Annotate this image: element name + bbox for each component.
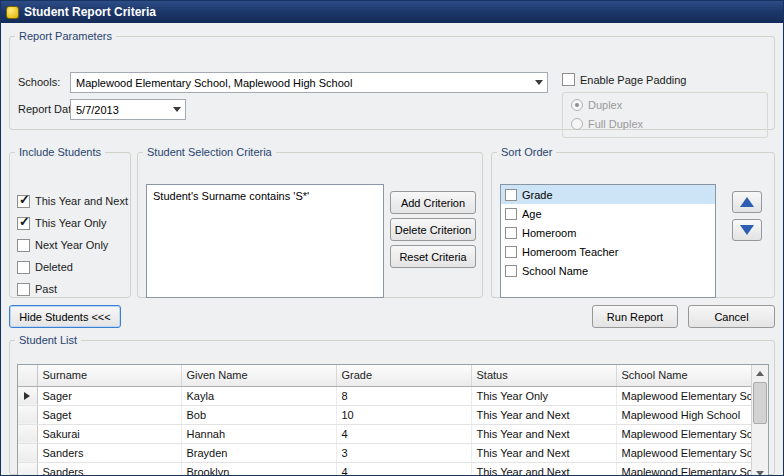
selection-criteria-group: Student Selection Criteria Student's Sur… xyxy=(137,146,483,298)
cell-surname[interactable]: Sakurai xyxy=(37,424,181,443)
enable-page-padding-box[interactable] xyxy=(562,73,575,86)
sort-age-label: Age xyxy=(522,208,542,220)
sort-item-school-name[interactable]: School Name xyxy=(501,261,715,280)
column-header-grade[interactable]: Grade xyxy=(336,365,471,386)
row-selector[interactable] xyxy=(18,386,37,405)
sort-item-homeroom-teacher[interactable]: Homeroom Teacher xyxy=(501,242,715,261)
sort-homeroom-teacher-box[interactable] xyxy=(505,246,517,258)
sort-age-box[interactable] xyxy=(505,208,517,220)
table-row[interactable]: Sanders Brooklyn 4 This Year and Next Ma… xyxy=(18,462,751,476)
run-report-button[interactable]: Run Report xyxy=(592,305,678,328)
row-selector[interactable] xyxy=(18,424,37,443)
schools-dropdown-icon[interactable] xyxy=(530,73,547,92)
enable-page-padding-checkbox[interactable]: Enable Page Padding xyxy=(562,73,686,86)
include-this-year-only[interactable]: This Year Only xyxy=(17,212,128,234)
include-next-year-only[interactable]: Next Year Only xyxy=(17,234,128,256)
delete-criterion-button[interactable]: Delete Criterion xyxy=(390,218,476,241)
include-deleted[interactable]: Deleted xyxy=(17,256,128,278)
column-header-given-name[interactable]: Given Name xyxy=(181,365,336,386)
full-duplex-radio-circle xyxy=(571,118,583,130)
cancel-button[interactable]: Cancel xyxy=(688,305,775,328)
cell-given-name[interactable]: Bob xyxy=(181,405,336,424)
cell-grade[interactable]: 4 xyxy=(336,424,471,443)
include-deleted-box[interactable] xyxy=(17,261,30,274)
up-arrow-icon xyxy=(740,197,754,207)
table-row[interactable]: Saget Bob 10 This Year and Next Maplewoo… xyxy=(18,405,751,424)
cell-given-name[interactable]: Brooklyn xyxy=(181,462,336,476)
cell-surname[interactable]: Sager xyxy=(37,386,181,405)
column-header-status[interactable]: Status xyxy=(471,365,616,386)
app-icon xyxy=(6,6,19,19)
table-row[interactable]: Sanders Brayden 3 This Year and Next Map… xyxy=(18,443,751,462)
hide-students-button[interactable]: Hide Students <<< xyxy=(9,305,121,328)
criterion-item[interactable]: Student's Surname contains 'S*' xyxy=(147,185,383,207)
move-up-button[interactable] xyxy=(732,191,762,213)
cell-given-name[interactable]: Hannah xyxy=(181,424,336,443)
include-past-box[interactable] xyxy=(17,283,30,296)
sort-item-grade[interactable]: Grade xyxy=(501,185,715,204)
scroll-down-icon[interactable] xyxy=(752,465,768,476)
cell-status[interactable]: This Year Only xyxy=(471,386,616,405)
row-selector[interactable] xyxy=(18,405,37,424)
include-this-year-and-next-box[interactable] xyxy=(17,195,30,208)
criteria-listbox[interactable]: Student's Surname contains 'S*' xyxy=(146,184,384,298)
column-header-surname[interactable]: Surname xyxy=(37,365,181,386)
sort-homeroom-label: Homeroom xyxy=(522,227,576,239)
include-this-year-only-box[interactable] xyxy=(17,217,30,230)
cell-school-name[interactable]: Maplewood Elementary School xyxy=(616,443,751,462)
sort-item-age[interactable]: Age xyxy=(501,204,715,223)
cell-surname[interactable]: Sanders xyxy=(37,462,181,476)
grid-corner-cell xyxy=(18,365,37,386)
cell-grade[interactable]: 8 xyxy=(336,386,471,405)
report-date-dropdown-icon[interactable] xyxy=(168,100,185,119)
schools-label: Schools: xyxy=(18,76,60,88)
student-grid-table: Surname Given Name Grade Status School N… xyxy=(18,365,751,476)
row-selector[interactable] xyxy=(18,462,37,476)
cell-grade[interactable]: 10 xyxy=(336,405,471,424)
include-past[interactable]: Past xyxy=(17,278,128,300)
cell-status[interactable]: This Year and Next xyxy=(471,424,616,443)
cell-surname[interactable]: Sanders xyxy=(37,443,181,462)
student-report-criteria-window: Student Report Criteria Report Parameter… xyxy=(0,0,784,476)
column-header-school-name[interactable]: School Name xyxy=(616,365,751,386)
scrollbar-thumb[interactable] xyxy=(753,382,767,424)
add-criterion-button[interactable]: Add Criterion xyxy=(390,191,476,214)
include-this-year-and-next[interactable]: This Year and Next xyxy=(17,190,128,212)
table-row[interactable]: Sakurai Hannah 4 This Year and Next Mapl… xyxy=(18,424,751,443)
cell-school-name[interactable]: Maplewood Elementary School xyxy=(616,386,751,405)
vertical-scrollbar[interactable] xyxy=(751,365,768,476)
cell-school-name[interactable]: Maplewood High School xyxy=(616,405,751,424)
current-row-arrow-icon xyxy=(24,392,30,400)
sort-school-name-box[interactable] xyxy=(505,265,517,277)
title-bar[interactable]: Student Report Criteria xyxy=(1,1,783,23)
cell-status[interactable]: This Year and Next xyxy=(471,443,616,462)
sort-grade-box[interactable] xyxy=(505,189,517,201)
include-this-year-only-label: This Year Only xyxy=(35,217,107,229)
include-next-year-only-box[interactable] xyxy=(17,239,30,252)
cell-status[interactable]: This Year and Next xyxy=(471,405,616,424)
report-date-value: 5/7/2013 xyxy=(71,104,168,116)
cell-grade[interactable]: 3 xyxy=(336,443,471,462)
cell-given-name[interactable]: Brayden xyxy=(181,443,336,462)
cell-school-name[interactable]: Maplewood Elementary School xyxy=(616,462,751,476)
scroll-up-icon[interactable] xyxy=(752,365,768,381)
reset-criteria-button[interactable]: Reset Criteria xyxy=(390,245,476,268)
full-duplex-label: Full Duplex xyxy=(588,118,643,130)
sort-item-homeroom[interactable]: Homeroom xyxy=(501,223,715,242)
cell-given-name[interactable]: Kayla xyxy=(181,386,336,405)
cell-surname[interactable]: Saget xyxy=(37,405,181,424)
table-row[interactable]: Sager Kayla 8 This Year Only Maplewood E… xyxy=(18,386,751,405)
enable-page-padding-label: Enable Page Padding xyxy=(580,74,686,86)
selection-criteria-label: Student Selection Criteria xyxy=(143,146,276,158)
sort-homeroom-box[interactable] xyxy=(505,227,517,239)
duplex-options-panel: Duplex Full Duplex xyxy=(562,92,768,138)
cell-grade[interactable]: 4 xyxy=(336,462,471,476)
report-date-combobox[interactable]: 5/7/2013 xyxy=(70,99,186,120)
student-grid: Surname Given Name Grade Status School N… xyxy=(17,364,769,476)
cell-status[interactable]: This Year and Next xyxy=(471,462,616,476)
cell-school-name[interactable]: Maplewood Elementary School xyxy=(616,424,751,443)
schools-combobox[interactable]: Maplewood Elementary School, Maplewood H… xyxy=(70,72,548,93)
row-selector[interactable] xyxy=(18,443,37,462)
move-down-button[interactable] xyxy=(732,219,762,241)
duplex-radio-circle xyxy=(571,99,583,111)
